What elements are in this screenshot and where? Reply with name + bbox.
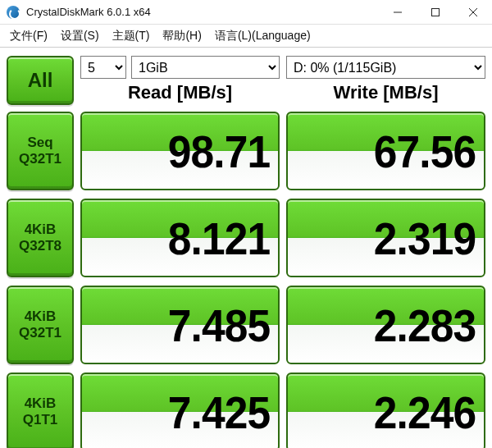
window-title: CrystalDiskMark 6.0.1 x64 [26, 6, 379, 18]
runs-select[interactable]: 5 [80, 56, 126, 79]
test-label-line2: Q1T1 [23, 412, 58, 428]
menubar: 文件(F) 设置(S) 主题(T) 帮助(H) 语言(L)(Language) [0, 25, 492, 48]
menu-language[interactable]: 语言(L)(Language) [208, 25, 317, 47]
result-4k-q1t1-read: 7.425 [80, 373, 280, 448]
app-icon [7, 6, 20, 19]
test-label-line1: 4KiB [25, 395, 57, 412]
run-all-button[interactable]: All [7, 56, 74, 105]
result-value: 2.283 [374, 299, 476, 352]
top-row: All 5 1GiB Read [MB/s] D: 0% (1/115GiB) … [7, 56, 485, 105]
header-write: Write [MB/s] [286, 82, 485, 103]
test-label-line1: Seq [27, 135, 52, 151]
test-label-line1: 4KiB [25, 222, 57, 238]
window-titlebar: CrystalDiskMark 6.0.1 x64 [0, 0, 492, 25]
result-value: 67.56 [374, 125, 476, 178]
result-seq-read: 98.71 [80, 112, 280, 190]
test-label-line2: Q32T1 [19, 325, 61, 341]
drive-select[interactable]: D: 0% (1/115GiB) [286, 56, 485, 79]
test-label-line1: 4KiB [25, 309, 57, 325]
menu-settings[interactable]: 设置(S) [54, 25, 106, 47]
size-select[interactable]: 1GiB [131, 56, 280, 79]
result-value: 2.319 [374, 212, 476, 265]
test-label-line2: Q32T1 [19, 151, 61, 167]
close-button[interactable] [454, 0, 492, 24]
close-icon [469, 8, 477, 16]
config-selects: 5 1GiB [80, 56, 280, 79]
right-config-col: D: 0% (1/115GiB) Write [MB/s] [286, 56, 485, 103]
left-config-col: 5 1GiB Read [MB/s] [80, 56, 280, 103]
window-controls [379, 0, 492, 24]
result-4k-q32t8-read: 8.121 [80, 199, 280, 277]
header-read: Read [MB/s] [80, 82, 280, 103]
result-value: 2.246 [374, 386, 476, 439]
result-4k-q1t1-write: 2.246 [286, 373, 485, 448]
svg-rect-1 [432, 8, 440, 16]
result-value: 98.71 [168, 125, 270, 178]
minimize-button[interactable] [379, 0, 417, 24]
benchmark-grid: Seq Q32T1 98.71 67.56 4KiB Q32T8 8.121 2… [7, 112, 485, 448]
result-value: 7.425 [168, 386, 270, 439]
test-button-4k-q32t8[interactable]: 4KiB Q32T8 [7, 199, 74, 277]
test-label-line2: Q32T8 [19, 238, 61, 254]
test-button-4k-q32t1[interactable]: 4KiB Q32T1 [7, 286, 74, 364]
menu-help[interactable]: 帮助(H) [156, 25, 207, 47]
test-button-seq-q32t1[interactable]: Seq Q32T1 [7, 112, 74, 190]
result-value: 7.485 [168, 299, 270, 352]
maximize-button[interactable] [417, 0, 454, 24]
result-value: 8.121 [168, 212, 270, 265]
result-4k-q32t1-read: 7.485 [80, 286, 280, 364]
result-4k-q32t1-write: 2.283 [286, 286, 485, 364]
result-4k-q32t8-write: 2.319 [286, 199, 485, 277]
drive-select-row: D: 0% (1/115GiB) [286, 56, 485, 79]
minimize-icon [394, 8, 402, 16]
maximize-icon [431, 8, 440, 16]
main-panel: All 5 1GiB Read [MB/s] D: 0% (1/115GiB) … [0, 48, 492, 448]
test-button-4k-q1t1[interactable]: 4KiB Q1T1 [7, 373, 74, 448]
menu-file[interactable]: 文件(F) [3, 25, 54, 47]
result-seq-write: 67.56 [286, 112, 485, 190]
menu-theme[interactable]: 主题(T) [106, 25, 157, 47]
